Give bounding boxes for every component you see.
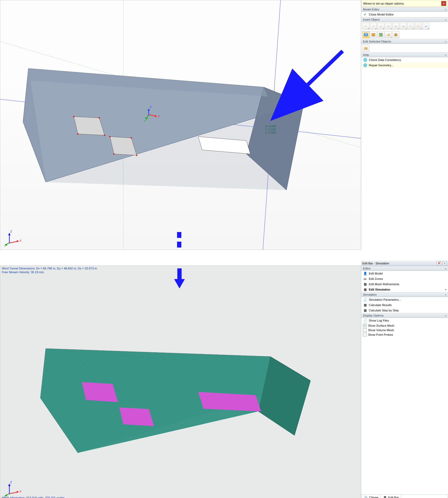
- clipper-icon[interactable]: [362, 31, 369, 38]
- chart-icon[interactable]: ▾: [385, 31, 392, 38]
- section-insert-object[interactable]: Insert Object¤: [361, 17, 448, 22]
- axis-triad: X Y Z: [4, 479, 23, 498]
- svg-rect-52: [364, 48, 367, 49]
- svg-point-20: [136, 155, 137, 156]
- pin-icon[interactable]: 📌: [436, 261, 441, 265]
- calculate-step-by-step[interactable]: ▦ Calculate Step by Step: [361, 308, 448, 313]
- checkbox-icon[interactable]: ✔: [363, 324, 366, 327]
- model-icon: 👤: [363, 271, 367, 276]
- section-title: Insert Object: [363, 18, 380, 21]
- svg-point-21: [113, 153, 115, 155]
- section-help[interactable]: Help¤: [361, 52, 448, 57]
- edit-simulation[interactable]: ▦ Edit Simulation ◂: [361, 287, 448, 292]
- section-model-editor[interactable]: Model Editor¤: [361, 7, 448, 12]
- axis-triad: X Y Z: [4, 228, 23, 247]
- grid-icon[interactable]: [377, 31, 384, 38]
- edit-row: [361, 44, 448, 52]
- edit-zones[interactable]: 🗂 Edit Zones: [361, 276, 448, 281]
- svg-rect-42: [365, 33, 367, 34]
- coord-x: X: 5.000: [265, 125, 276, 128]
- quad-icon[interactable]: ◇▾: [385, 23, 392, 30]
- simulation-parameters[interactable]: 🧾 Simulation Parameters...: [361, 297, 448, 302]
- chevron-left-icon: ◂: [445, 288, 446, 291]
- coord-y: Y: 0.500: [265, 128, 276, 131]
- section-simulation[interactable]: Simulation¤: [361, 292, 448, 297]
- svg-marker-60: [82, 382, 118, 402]
- point-icon[interactable]: •▾: [362, 23, 369, 30]
- section-title: Editor: [363, 267, 371, 270]
- svg-marker-56: [174, 279, 185, 288]
- check-icon: ✔: [363, 12, 367, 17]
- item-label: Show Point Probes: [368, 333, 393, 336]
- show-log-files[interactable]: 📄 Show Log Files: [361, 318, 448, 323]
- section-display-options[interactable]: Display Options¤: [361, 313, 448, 318]
- svg-rect-47: [388, 34, 389, 36]
- svg-marker-64: [17, 491, 19, 493]
- spiral-icon[interactable]: ∾▾: [422, 23, 429, 30]
- tab-edit-bar[interactable]: 🛠 Edit Bar: [381, 495, 401, 498]
- checkbox-icon[interactable]: [363, 328, 366, 332]
- panel-tabs: 📎 Clipper 🛠 Edit Bar: [361, 494, 448, 498]
- close-model-editor[interactable]: ✔ Close Model Editor: [361, 12, 448, 17]
- show-volume-mesh[interactable]: Show Volume Mesh: [361, 328, 448, 332]
- quad2-icon[interactable]: ▱▾: [392, 23, 399, 30]
- tab-label: Edit Bar: [388, 496, 399, 498]
- cursor-coordinates: X: 5.000 Y: 0.500 Z: 0.000: [265, 125, 276, 134]
- item-label: Show Surface Mesh: [368, 324, 394, 327]
- edit-model[interactable]: 👤 Edit Model: [361, 271, 448, 276]
- svg-point-17: [77, 133, 79, 135]
- top-side-panel: Allows to set up clipper options. × Mode…: [361, 0, 448, 250]
- section-editor[interactable]: Editor¤: [361, 266, 448, 271]
- layers-icon[interactable]: [392, 31, 399, 38]
- editbar-title-bar: Edit Bar - Simulation 📌 ×: [361, 261, 448, 266]
- svg-rect-45: [379, 33, 382, 36]
- section-edit-selected[interactable]: Edit Selected Objects¤: [361, 39, 448, 44]
- edit-mesh-refinements[interactable]: ▦ Edit Mesh Refinements: [361, 281, 448, 287]
- item-label: Repair Geometry...: [369, 64, 393, 67]
- tooltip-bar: Allows to set up clipper options. ×: [361, 0, 448, 7]
- tab-label: Clipper: [369, 496, 378, 498]
- svg-rect-51: [364, 47, 367, 48]
- transition-arrow-upper: [171, 232, 187, 264]
- item-label: Show Volume Mesh: [368, 329, 394, 332]
- checkbox-icon[interactable]: [363, 333, 366, 336]
- circle-icon[interactable]: ◯▾: [415, 23, 422, 30]
- svg-rect-46: [387, 35, 388, 36]
- svg-marker-33: [17, 240, 19, 242]
- quad4-icon[interactable]: ▢▾: [407, 23, 414, 30]
- coord-z: Z: 0.000: [265, 131, 276, 134]
- triangle-icon[interactable]: △▾: [377, 23, 384, 30]
- item-label: Calculate Results: [369, 303, 392, 307]
- section-title: Help: [363, 53, 369, 56]
- close-icon[interactable]: ×: [441, 1, 446, 6]
- mesh-scene: [0, 266, 361, 498]
- calculate-results[interactable]: ▦ Calculate Results: [361, 302, 448, 308]
- close-icon[interactable]: ×: [442, 261, 447, 265]
- item-label: Edit Simulation: [369, 288, 390, 291]
- line-icon[interactable]: ／▾: [370, 23, 377, 30]
- bottom-viewport[interactable]: Wind Tunnel Dimensions: Dx = 66.788 m, D…: [0, 265, 361, 498]
- item-label: Close Model Editor: [369, 13, 394, 16]
- params-icon: 🧾: [363, 298, 367, 302]
- globe-icon: 🌐: [363, 58, 367, 62]
- layers-edit-icon[interactable]: [362, 45, 369, 52]
- section-title: Model Editor: [363, 8, 380, 11]
- quad3-icon[interactable]: ▭▾: [400, 23, 407, 30]
- svg-text:Z: Z: [10, 481, 12, 484]
- section-title: Display Options: [363, 314, 384, 317]
- step-icon: ▦: [363, 308, 367, 312]
- top-viewport[interactable]: X Y Z X: 5.000 Y: 0.500 Z: 0.000: [0, 0, 361, 250]
- tab-clipper[interactable]: 📎 Clipper: [361, 495, 381, 498]
- section-title: Simulation: [363, 293, 377, 296]
- show-point-probes[interactable]: Show Point Probes: [361, 332, 448, 337]
- bottom-side-panel: Edit Bar - Simulation 📌 × Editor¤ 👤 Edit…: [361, 261, 448, 498]
- svg-text:Y: Y: [4, 244, 6, 247]
- check-data-consistency[interactable]: 🌐 Check Data Consistency: [361, 57, 448, 63]
- show-surface-mesh[interactable]: ✔ Show Surface Mesh: [361, 323, 448, 328]
- insert-row-2: ▾: [361, 30, 448, 39]
- svg-point-15: [99, 117, 100, 119]
- repair-geometry[interactable]: 🌐 Repair Geometry...: [361, 63, 448, 68]
- item-label: Check Data Consistency: [369, 58, 401, 61]
- book-icon[interactable]: [370, 31, 377, 38]
- svg-marker-61: [119, 407, 154, 426]
